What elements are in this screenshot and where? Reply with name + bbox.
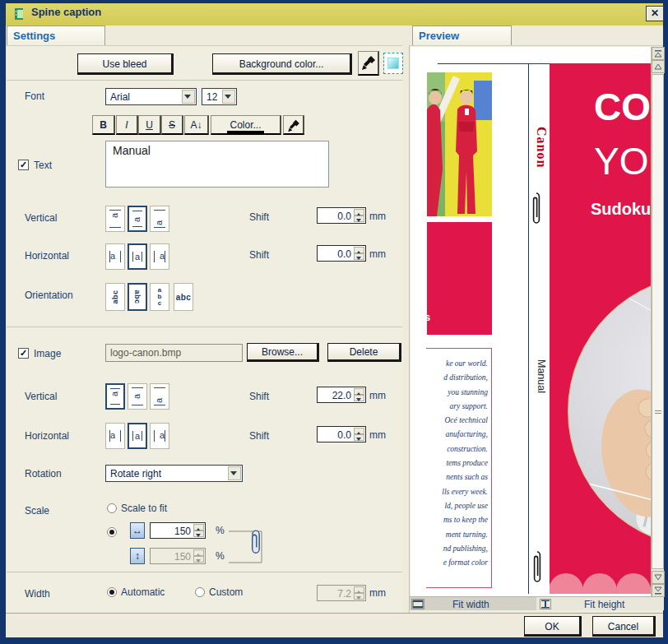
italic-button[interactable]: I (116, 115, 138, 135)
width-value-spinner: 7.2 (317, 585, 366, 601)
frame-left (0, 0, 6, 644)
text-horizontal-shift-label: Shift (249, 249, 269, 261)
text-horizontal-center-button[interactable]: a (128, 243, 147, 270)
image-vertical-shift-spinner[interactable]: 22.0 (317, 387, 366, 403)
align-glyph: a (154, 398, 164, 403)
image-vertical-bottom-button[interactable]: a (150, 383, 169, 410)
width-label: Width (25, 588, 50, 600)
align-bar (120, 251, 121, 262)
width-automatic-radio[interactable] (107, 587, 117, 597)
image-horizontal-right-button[interactable]: a (150, 423, 169, 449)
scroll-up-button[interactable] (652, 60, 665, 73)
orientation-horizontal-button[interactable]: abc (174, 283, 193, 311)
align-bar (154, 251, 155, 262)
vertical-scale-icon[interactable]: ↕ (130, 548, 145, 564)
text-checkbox[interactable]: ✓ (18, 160, 29, 170)
use-bleed-button[interactable]: Use bleed (77, 53, 174, 75)
spinner-up-icon[interactable] (354, 388, 364, 395)
text-horizontal-shift-spinner[interactable]: 0.0 (317, 245, 366, 262)
scale-label: Scale (25, 505, 49, 517)
preview-vertical-scrollbar[interactable] (651, 47, 664, 597)
chevron-up-icon (652, 61, 664, 72)
spinner-down-icon[interactable] (354, 434, 364, 441)
align-glyph: a (109, 391, 119, 396)
underline-button[interactable]: U (138, 115, 161, 135)
eyedropper-icon (287, 119, 300, 133)
scroll-to-top-button[interactable] (652, 47, 665, 60)
text-horizontal-right-button[interactable]: a (150, 243, 169, 270)
tab-preview[interactable]: Preview (412, 25, 512, 45)
scale-custom-radio[interactable] (107, 527, 117, 537)
spinner-down-icon[interactable] (354, 215, 364, 222)
spinner-value: 0.0 (337, 429, 351, 441)
horizontal-scale-icon[interactable]: ↔ (130, 522, 145, 539)
settings-panel: Use bleed Background color... Font Arial… (7, 45, 402, 613)
fit-width-button[interactable]: Fit width (410, 596, 536, 610)
align-bar (110, 388, 120, 389)
scrollbar-thumb[interactable] (652, 74, 664, 569)
cancel-button[interactable]: Cancel (592, 616, 656, 637)
chevron-down-icon[interactable] (228, 466, 241, 480)
background-eyedropper-button[interactable] (358, 51, 379, 76)
browse-button[interactable]: Browse... (247, 343, 319, 362)
spinner-up-icon[interactable] (193, 524, 204, 530)
spinner-down-icon (193, 556, 204, 563)
text-vertical-bottom-button[interactable]: a (150, 206, 169, 232)
image-vertical-top-button[interactable]: a (105, 383, 125, 410)
spinner-down-icon[interactable] (354, 395, 364, 401)
transparent-color-swatch[interactable] (383, 53, 403, 74)
separator (7, 327, 402, 327)
scale-to-fit-radio[interactable] (107, 503, 117, 513)
orientation-stacked-button[interactable]: abc (150, 283, 169, 311)
strikethrough-button[interactable]: S (161, 115, 183, 135)
spinner-down-icon[interactable] (193, 530, 204, 537)
chevron-down-icon[interactable] (182, 90, 195, 104)
text-label: Text (34, 160, 52, 171)
align-glyph: a (109, 213, 119, 218)
align-bar (154, 227, 165, 228)
caption-text-input[interactable]: Manual (105, 141, 329, 188)
width-custom-radio[interactable] (195, 587, 205, 597)
text-vertical-center-button[interactable]: a (128, 206, 147, 232)
image-horizontal-shift-spinner[interactable]: 0.0 (317, 426, 366, 442)
scroll-down-button[interactable] (652, 571, 665, 584)
delete-button[interactable]: Delete (327, 343, 401, 362)
back-cover-text: ke our world.d distribution, you stunnin… (426, 348, 492, 588)
chevron-down-icon[interactable] (222, 90, 235, 104)
align-glyph: a (154, 220, 164, 225)
scale-width-spinner[interactable]: 150 (150, 522, 206, 539)
text-vertical-shift-spinner[interactable]: 0.0 (317, 207, 366, 224)
orientation-down-button[interactable]: abc (128, 283, 147, 311)
image-horizontal-center-button[interactable]: a (128, 423, 147, 449)
font-family-dropdown[interactable]: Arial (105, 88, 197, 105)
ok-button[interactable]: OK (524, 616, 582, 637)
rotation-dropdown[interactable]: Rotate right (105, 465, 243, 482)
font-color-eyedropper-button[interactable] (283, 115, 304, 135)
spinner-up-icon[interactable] (354, 209, 364, 215)
orientation-up-button[interactable]: abc (105, 283, 125, 311)
text-vertical-shift-label: Shift (249, 211, 269, 223)
cover-scallop (616, 573, 651, 594)
tab-settings[interactable]: Settings (7, 25, 105, 45)
bold-button[interactable]: B (92, 115, 115, 135)
fit-height-button[interactable]: Fit height (536, 596, 664, 610)
preview-canvas: s ke our world.d distribution, you stunn… (411, 47, 651, 596)
cover-scallop (582, 573, 617, 594)
cover-title-line1: CO (594, 86, 651, 127)
spinner-up-icon[interactable] (354, 428, 364, 434)
font-direction-button[interactable]: A↓ (184, 115, 209, 135)
text-horizontal-left-button[interactable]: a (105, 243, 125, 270)
close-button[interactable]: ✕ (646, 6, 664, 21)
font-color-button[interactable]: Color... (211, 115, 281, 135)
background-color-button[interactable]: Background color... (212, 53, 352, 75)
cover-scallop (550, 573, 583, 594)
image-vertical-center-button[interactable]: a (128, 383, 147, 410)
text-vertical-top-button[interactable]: a (105, 206, 125, 232)
image-checkbox[interactable]: ✓ (18, 348, 29, 359)
scroll-to-bottom-button[interactable] (652, 584, 665, 597)
spinner-up-icon[interactable] (354, 247, 364, 253)
font-size-dropdown[interactable]: 12 (202, 88, 237, 105)
spinner-down-icon[interactable] (354, 253, 364, 260)
align-glyph: a (132, 217, 141, 222)
image-horizontal-left-button[interactable]: a (105, 423, 125, 449)
